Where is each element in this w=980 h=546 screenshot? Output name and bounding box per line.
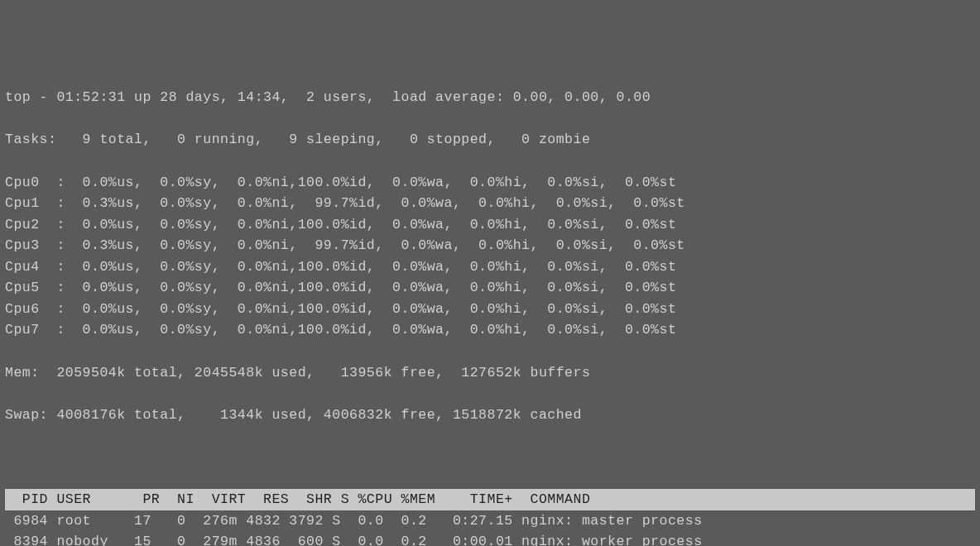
mem-line: Mem: 2059504k total, 2045548k used, 1395… (5, 362, 975, 384)
process-list: 6984 root 17 0 276m 4832 3792 S 0.0 0.2 … (5, 510, 975, 547)
cpu-line: Cpu4 : 0.0%us, 0.0%sy, 0.0%ni,100.0%id, … (5, 256, 975, 278)
swap-line: Swap: 4008176k total, 1344k used, 400683… (5, 405, 975, 426)
blank-line (5, 447, 975, 468)
tasks-line: Tasks: 9 total, 0 running, 9 sleeping, 0… (5, 129, 975, 151)
cpu-line: Cpu5 : 0.0%us, 0.0%sy, 0.0%ni,100.0%id, … (5, 277, 975, 299)
process-header[interactable]: PID USER PR NI VIRT RES SHR S %CPU %MEM … (5, 489, 975, 510)
process-row[interactable]: 8394 nobody 15 0 279m 4836 600 S 0.0 0.2… (5, 531, 975, 546)
top-summary-line: top - 01:52:31 up 28 days, 14:34, 2 user… (5, 87, 975, 108)
cpu-line: Cpu0 : 0.0%us, 0.0%sy, 0.0%ni,100.0%id, … (5, 172, 975, 194)
cpu-line: Cpu7 : 0.0%us, 0.0%sy, 0.0%ni,100.0%id, … (5, 319, 975, 341)
process-row[interactable]: 6984 root 17 0 276m 4832 3792 S 0.0 0.2 … (5, 510, 975, 532)
cpu-line: Cpu2 : 0.0%us, 0.0%sy, 0.0%ni,100.0%id, … (5, 214, 975, 236)
cpu-lines: Cpu0 : 0.0%us, 0.0%sy, 0.0%ni,100.0%id, … (5, 172, 975, 342)
cpu-line: Cpu1 : 0.3%us, 0.0%sy, 0.0%ni, 99.7%id, … (5, 193, 975, 214)
cpu-line: Cpu3 : 0.3%us, 0.0%sy, 0.0%ni, 99.7%id, … (5, 235, 975, 256)
cpu-line: Cpu6 : 0.0%us, 0.0%sy, 0.0%ni,100.0%id, … (5, 299, 975, 320)
